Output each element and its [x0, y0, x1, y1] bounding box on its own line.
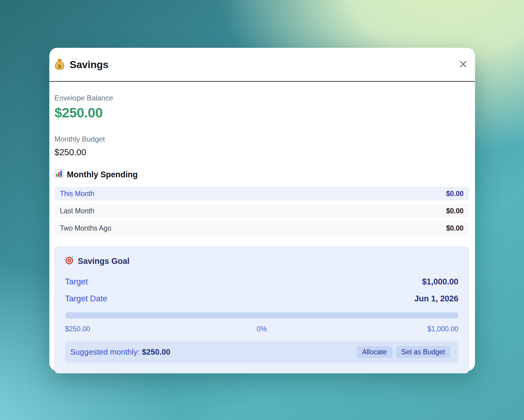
close-button[interactable] [456, 57, 470, 71]
monthly-spending-title: Monthly Spending [67, 170, 138, 179]
goal-target-row: Target $1,000.00 [65, 277, 458, 287]
savings-goal-card: Savings Goal Target $1,000.00 Target Dat… [54, 246, 469, 373]
savings-goal-heading: Savings Goal [65, 256, 458, 267]
bar-chart-icon [54, 169, 64, 180]
goal-action-buttons: Allocate Set as Budget [357, 346, 450, 358]
goal-progress-bar [65, 312, 458, 319]
goal-target-date-label: Target Date [65, 294, 107, 304]
spending-row-label: This Month [60, 190, 94, 198]
money-bag-icon: $ [54, 58, 66, 71]
savings-goal-title: Savings Goal [78, 257, 129, 266]
goal-target-date-row: Target Date Jun 1, 2026 [65, 294, 458, 304]
suggested-monthly-strip: Suggested monthly: $250.00 Allocate Set … [65, 341, 458, 363]
monthly-budget-value: $250.00 [54, 147, 469, 157]
goal-target-value: $1,000.00 [422, 277, 458, 287]
savings-envelope-modal: $ Savings Envelope Balance $250.00 Month… [49, 48, 475, 371]
goal-progress-labels: $250.00 0% $1,000.00 [65, 325, 458, 333]
spending-row-value: $0.00 [446, 190, 463, 198]
spending-row-value: $0.00 [446, 224, 463, 232]
spending-row-last-month[interactable]: Last Month $0.00 [54, 204, 469, 218]
spending-row-two-months-ago[interactable]: Two Months Ago $0.00 [54, 221, 469, 235]
spending-row-label: Two Months Ago [60, 224, 111, 232]
goal-target-label: Target [65, 277, 88, 287]
target-icon [65, 256, 74, 267]
monthly-budget-label: Monthly Budget [54, 135, 469, 143]
modal-body: Envelope Balance $250.00 Monthly Budget … [49, 82, 475, 373]
modal-header: $ Savings [49, 48, 475, 82]
spending-row-value: $0.00 [446, 207, 463, 215]
goal-progress-current: $250.00 [65, 325, 196, 333]
svg-text:$: $ [58, 63, 61, 69]
goal-target-date-value: Jun 1, 2026 [414, 294, 458, 304]
envelope-balance-value: $250.00 [54, 105, 469, 121]
allocate-button[interactable]: Allocate [357, 346, 392, 358]
suggested-monthly-text: Suggested monthly: $250.00 [70, 347, 170, 357]
goal-progress-percent: 0% [196, 325, 327, 333]
monthly-spending-heading: Monthly Spending [54, 169, 469, 180]
suggested-monthly-value: $250.00 [142, 347, 170, 356]
suggested-monthly-label: Suggested monthly: [70, 347, 140, 356]
spending-row-label: Last Month [60, 207, 94, 215]
set-as-budget-button[interactable]: Set as Budget [396, 346, 451, 358]
modal-title: Savings [70, 59, 108, 71]
close-icon [459, 60, 468, 70]
spending-row-this-month[interactable]: This Month $0.00 [54, 187, 469, 201]
modal-title-group: $ Savings [54, 58, 108, 71]
goal-progress-target: $1,000.00 [327, 325, 458, 333]
monthly-spending-list: This Month $0.00 Last Month $0.00 Two Mo… [54, 187, 469, 235]
envelope-balance-label: Envelope Balance [54, 94, 469, 102]
